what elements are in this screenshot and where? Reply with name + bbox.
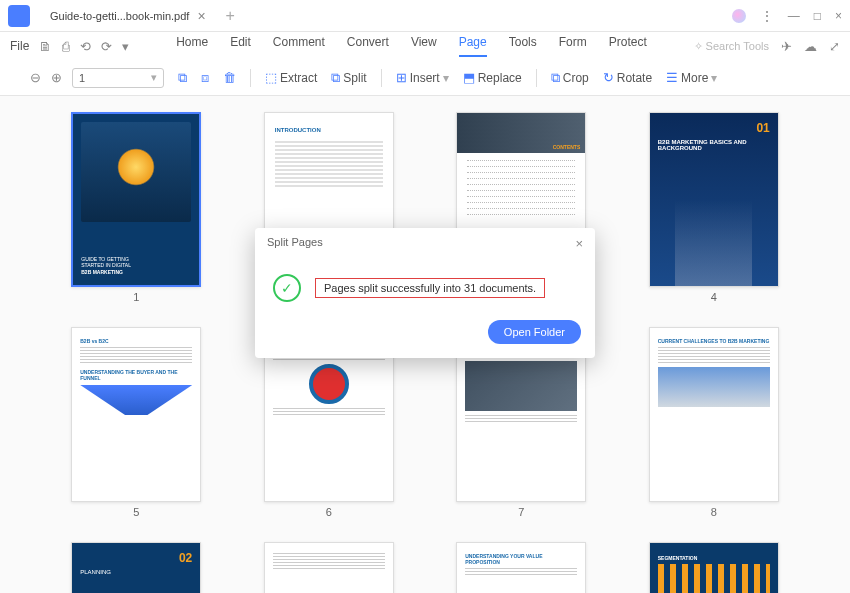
save-icon[interactable]: 🗎 — [39, 39, 52, 54]
menu-page[interactable]: Page — [459, 35, 487, 57]
menu-form[interactable]: Form — [559, 35, 587, 57]
app-icon — [8, 5, 30, 27]
menubar: File 🗎 ⎙ ⟲ ⟳ ▾ Home Edit Comment Convert… — [0, 32, 850, 60]
page-number: 8 — [711, 506, 717, 518]
dropdown-icon[interactable]: ▾ — [122, 39, 129, 54]
divider — [250, 69, 251, 87]
page-thumb[interactable]: SEGMENTATION 12 — [638, 542, 791, 593]
page-thumb[interactable]: 10 — [253, 542, 406, 593]
zoom-out-icon[interactable]: ⊖ — [30, 70, 41, 85]
page-thumb[interactable]: CURRENT CHALLENGES TO B2B MARKETING 8 — [638, 327, 791, 518]
close-icon[interactable]: × — [575, 236, 583, 251]
close-window-icon[interactable]: × — [835, 9, 842, 23]
cloud-icon[interactable]: ☁ — [804, 39, 817, 54]
more-button[interactable]: ☰More▾ — [666, 70, 717, 85]
page-number: 6 — [326, 506, 332, 518]
menu-tools[interactable]: Tools — [509, 35, 537, 57]
page-thumb[interactable]: GUIDE TO GETTING STARTED IN DIGITAL B2B … — [60, 112, 213, 303]
menu-edit[interactable]: Edit — [230, 35, 251, 57]
undo-icon[interactable]: ⟲ — [80, 39, 91, 54]
minimize-icon[interactable]: — — [788, 9, 800, 23]
menu-protect[interactable]: Protect — [609, 35, 647, 57]
search-tools[interactable]: ✧ Search Tools — [694, 40, 769, 53]
page-number: 5 — [133, 506, 139, 518]
page-thumb[interactable]: UNDERSTANDING YOUR VALUE PROPOSITION 11 — [445, 542, 598, 593]
divider — [536, 69, 537, 87]
tab-label: Guide-to-getti...book-min.pdf — [50, 10, 189, 22]
page-number: 7 — [518, 506, 524, 518]
file-menu[interactable]: File — [10, 39, 29, 53]
replace-button[interactable]: ⬒Replace — [463, 70, 522, 85]
split-pages-dialog: Split Pages × ✓ Pages split successfully… — [255, 228, 595, 358]
menu-convert[interactable]: Convert — [347, 35, 389, 57]
page-toolbar: ⊖ ⊕ 1▾ ⧉ ⧈ 🗑 ⬚Extract ⧉Split ⊞Insert▾ ⬒R… — [0, 60, 850, 96]
page-number-input[interactable]: 1▾ — [72, 68, 164, 88]
extract-button[interactable]: ⬚Extract — [265, 70, 317, 85]
box-icon-1[interactable]: ⧉ — [178, 70, 187, 86]
crop-button[interactable]: ⧉Crop — [551, 70, 589, 86]
send-icon[interactable]: ✈ — [781, 39, 792, 54]
box-icon-2[interactable]: ⧈ — [201, 70, 209, 86]
rotate-button[interactable]: ↻Rotate — [603, 70, 652, 85]
dialog-title: Split Pages — [267, 236, 323, 251]
success-check-icon: ✓ — [273, 274, 301, 302]
add-tab-icon[interactable]: + — [226, 7, 235, 25]
zoom-in-icon[interactable]: ⊕ — [51, 70, 62, 85]
divider — [381, 69, 382, 87]
page-thumb[interactable]: 01 B2B MARKETING BASICS AND BACKGROUND 4 — [638, 112, 791, 303]
insert-button[interactable]: ⊞Insert▾ — [396, 70, 449, 85]
close-icon[interactable]: × — [197, 8, 205, 24]
menu-home[interactable]: Home — [176, 35, 208, 57]
profile-icon[interactable] — [732, 9, 746, 23]
menu-comment[interactable]: Comment — [273, 35, 325, 57]
page-thumb[interactable]: 02 PLANNING 9 — [60, 542, 213, 593]
window-controls: ⋮ — □ × — [732, 8, 842, 24]
menu-view[interactable]: View — [411, 35, 437, 57]
open-folder-button[interactable]: Open Folder — [488, 320, 581, 344]
maximize-icon[interactable]: □ — [814, 9, 821, 23]
split-button[interactable]: ⧉Split — [331, 70, 366, 86]
redo-icon[interactable]: ⟳ — [101, 39, 112, 54]
page-thumb[interactable]: B2B vs B2C UNDERSTANDING THE BUYER AND T… — [60, 327, 213, 518]
expand-icon[interactable]: ⤢ — [829, 39, 840, 54]
dialog-message: Pages split successfully into 31 documen… — [315, 278, 545, 298]
titlebar: Guide-to-getti...book-min.pdf × + ⋮ — □ … — [0, 0, 850, 32]
menu-dots-icon[interactable]: ⋮ — [760, 8, 774, 24]
print-icon[interactable]: ⎙ — [62, 39, 70, 54]
page-number: 4 — [711, 291, 717, 303]
page-number: 1 — [133, 291, 139, 303]
main-menu: Home Edit Comment Convert View Page Tool… — [176, 35, 647, 57]
delete-icon[interactable]: 🗑 — [223, 70, 236, 85]
document-tab[interactable]: Guide-to-getti...book-min.pdf × — [40, 4, 216, 28]
